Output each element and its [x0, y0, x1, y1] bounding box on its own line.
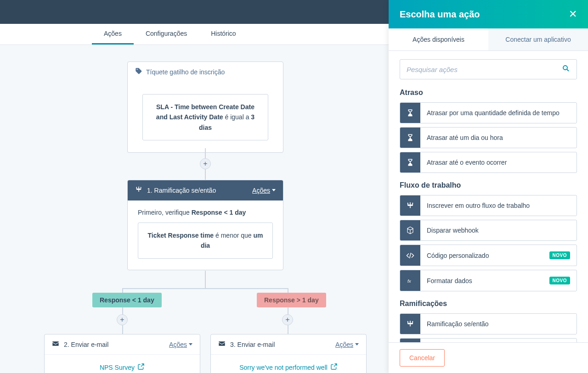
close-icon[interactable]: ✕ — [569, 8, 577, 20]
email-right-actions-dropdown[interactable]: Ações — [335, 341, 359, 348]
email-left-actions-dropdown[interactable]: Ações — [169, 341, 192, 348]
email-right-body: Sorry we've not performed well — [211, 355, 366, 373]
tab-history[interactable]: Histórico — [199, 24, 248, 45]
email-card-right[interactable]: 3. Enviar e-mail Ações Sorry we've not p… — [210, 334, 367, 373]
email-left-header: 2. Enviar e-mail Ações — [45, 334, 200, 355]
email-right-header: 3. Enviar e-mail Ações — [211, 334, 366, 355]
svg-text:fx: fx — [407, 278, 412, 283]
chevron-down-icon — [355, 343, 359, 345]
action-enroll-workflow[interactable]: Inscrever em outro fluxo de trabalho — [400, 195, 577, 216]
branch-icon — [400, 314, 420, 334]
panel-footer: Cancelar — [389, 342, 588, 373]
hourglass-icon — [400, 128, 420, 148]
trigger-body: SLA - Time between Create Date and Last … — [128, 82, 283, 152]
trigger-criteria: SLA - Time between Create Date and Last … — [142, 94, 268, 140]
email-right-link[interactable]: Sorry we've not performed well — [239, 363, 338, 372]
external-link-icon — [137, 363, 145, 372]
panel-body: Atraso Atrasar por uma quantidade defini… — [389, 51, 588, 342]
chevron-down-icon — [189, 343, 192, 345]
trigger-header: Tíquete gatilho de inscrição — [128, 62, 283, 82]
tag-icon — [135, 67, 142, 76]
workflow-canvas: Tíquete gatilho de inscrição SLA - Time … — [0, 45, 389, 373]
email-left-body: NPS Survey — [45, 355, 200, 373]
email-left-title: 2. Enviar e-mail — [64, 341, 108, 348]
action-delay-until-day[interactable]: Atrasar até um dia ou hora — [400, 127, 577, 148]
trigger-title: Tíquete gatilho de inscrição — [146, 68, 225, 76]
branch-body: Primeiro, verifique Response < 1 day Tic… — [128, 200, 283, 270]
svg-point-0 — [563, 66, 567, 70]
search-input[interactable] — [407, 66, 562, 73]
add-action-right-button[interactable]: + — [282, 314, 293, 325]
branch-icon — [400, 195, 420, 216]
action-delay-set-time[interactable]: Atrasar por uma quantidade definida de t… — [400, 102, 577, 123]
fx-icon: fx — [400, 270, 420, 291]
new-badge: NOVO — [549, 251, 570, 259]
branch-label-left[interactable]: Response < 1 day — [92, 293, 162, 307]
action-format-data[interactable]: fx Formatar dadosNOVO — [400, 270, 577, 291]
email-left-link[interactable]: NPS Survey — [100, 363, 145, 372]
branch-header: 1. Ramificação se/então Ações — [128, 180, 283, 200]
branch-card[interactable]: 1. Ramificação se/então Ações Primeiro, … — [127, 180, 283, 270]
chevron-down-icon — [272, 189, 276, 191]
cube-icon — [400, 220, 420, 240]
branch-icon — [400, 339, 420, 342]
hourglass-icon — [400, 103, 420, 123]
panel-header: Escolha uma ação ✕ — [389, 0, 588, 28]
envelope-icon — [52, 340, 59, 349]
action-custom-code[interactable]: Código personalizadoNOVO — [400, 245, 577, 266]
action-chooser-panel: Escolha uma ação ✕ Ações disponíveis Con… — [389, 0, 588, 373]
envelope-icon — [218, 340, 226, 349]
panel-title: Escolha uma ação — [400, 9, 480, 20]
group-branches-title: Ramificações — [400, 300, 577, 308]
branch-title: 1. Ramificação se/então — [147, 187, 216, 194]
tab-available-actions[interactable]: Ações disponíveis — [389, 28, 488, 50]
action-webhook[interactable]: Disparar webhook — [400, 220, 577, 241]
branch-label-right[interactable]: Response > 1 day — [257, 293, 326, 307]
branch-icon — [135, 186, 142, 195]
hourglass-icon — [400, 152, 420, 173]
add-action-left-button[interactable]: + — [117, 314, 128, 325]
external-link-icon — [330, 363, 338, 372]
cancel-button[interactable]: Cancelar — [400, 349, 445, 367]
tab-actions[interactable]: Ações — [92, 24, 134, 45]
tab-settings[interactable]: Configurações — [134, 24, 199, 45]
group-workflow-title: Fluxo de trabalho — [400, 181, 577, 189]
new-badge: NOVO — [549, 277, 570, 284]
code-icon — [400, 245, 420, 266]
action-delay-until-event[interactable]: Atrasar até o evento ocorrer — [400, 152, 577, 173]
branch-actions-dropdown[interactable]: Ações — [252, 187, 276, 194]
email-card-left[interactable]: 2. Enviar e-mail Ações NPS Survey — [44, 334, 200, 373]
search-box[interactable] — [400, 59, 577, 79]
action-branch-if-then[interactable]: Ramificação se/então — [400, 313, 577, 334]
search-icon — [562, 64, 570, 74]
trigger-card[interactable]: Tíquete gatilho de inscrição SLA - Time … — [127, 61, 283, 153]
branch-criteria: Ticket Response time é menor que um dia — [138, 223, 273, 259]
group-delay-title: Atraso — [400, 89, 577, 97]
branch-check-text: Primeiro, verifique Response < 1 day — [138, 209, 273, 216]
add-action-button[interactable]: + — [200, 158, 211, 169]
action-branch-simple[interactable]: Ramificação simplesNOVO — [400, 338, 577, 342]
connector: + — [127, 148, 283, 180]
panel-tabs: Ações disponíveis Conectar um aplicativo — [389, 28, 588, 51]
email-right-title: 3. Enviar e-mail — [230, 341, 275, 348]
tab-connect-app[interactable]: Conectar um aplicativo — [488, 28, 588, 50]
